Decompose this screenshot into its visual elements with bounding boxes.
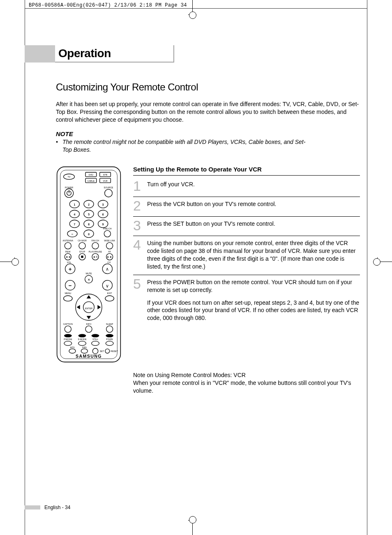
svg-text:►II: ►II <box>93 255 97 258</box>
svg-text:5: 5 <box>88 213 90 216</box>
svg-text:CH: CH <box>107 262 111 264</box>
svg-point-7 <box>65 189 73 197</box>
svg-point-87 <box>92 334 99 338</box>
svg-text:REW: REW <box>65 250 71 253</box>
mode-note: Note on Using Remote Control Modes: VCR … <box>133 371 360 395</box>
crop-trim-right <box>367 0 367 535</box>
mode-tv-label: TV <box>68 176 71 178</box>
svg-text:FF: FF <box>108 250 111 253</box>
step-text: Using the number buttons on your remote … <box>147 239 360 271</box>
remote-illustration: TV DVD STB CABLE VCR POWER SOURCE <box>56 166 122 394</box>
svg-text:EXIT: EXIT <box>107 292 113 294</box>
svg-text:6: 6 <box>102 213 104 216</box>
step-item: 2 Press the VCR button on your TV's remo… <box>133 197 360 217</box>
mode-cable-label: CABLE <box>88 180 95 182</box>
step-number: 3 <box>133 219 143 232</box>
crop-trim-left <box>25 0 25 535</box>
svg-point-39 <box>65 243 71 249</box>
svg-text:RESET: RESET <box>111 350 118 353</box>
svg-point-71 <box>105 296 114 301</box>
svg-point-96 <box>106 341 113 346</box>
svg-text:4: 4 <box>74 213 75 216</box>
mode-note-title: Note on Using Remote Control Modes: VCR <box>133 371 360 379</box>
steps-heading: Setting Up the Remote to Operate Your VC… <box>133 166 360 176</box>
intro-paragraph: After it has been set up properly, your … <box>56 100 360 124</box>
step-item: 3 Press the SET button on your TV's remo… <box>133 217 360 236</box>
svg-text:7: 7 <box>74 223 75 226</box>
crop-mark-left <box>0 262 15 262</box>
mode-vcr-label: VCR <box>103 180 107 182</box>
svg-point-82 <box>65 326 71 333</box>
svg-point-70 <box>64 296 72 301</box>
section-header: Operation <box>25 45 360 63</box>
step-item: 1 Turn off your VCR. <box>133 177 360 197</box>
crop-mark-top <box>192 0 193 15</box>
svg-rect-50 <box>81 256 83 258</box>
step-number: 4 <box>133 239 143 271</box>
svg-text:MENU: MENU <box>65 292 71 294</box>
svg-point-93 <box>64 341 72 346</box>
svg-text:MTS: MTS <box>70 346 75 349</box>
note-body: The remote control might not be compatib… <box>56 138 307 154</box>
two-column-layout: TV DVD STB CABLE VCR POWER SOURCE <box>56 166 360 394</box>
svg-text:1: 1 <box>74 204 75 206</box>
svg-point-101 <box>92 348 98 354</box>
step-item: 5 Press the POWER button on the remote c… <box>133 275 360 326</box>
svg-point-100 <box>81 349 88 354</box>
svg-text:∨: ∨ <box>106 283 109 288</box>
svg-text:S.MODE: S.MODE <box>78 338 86 340</box>
step-number: 5 <box>133 278 143 322</box>
svg-point-10 <box>105 190 113 197</box>
page-subtitle: Customizing Your Remote Control <box>56 81 360 93</box>
step-item: 4 Using the number buttons on your remot… <box>133 236 360 275</box>
crop-mark-right <box>377 262 392 262</box>
mode-stb-label: STB <box>103 174 108 176</box>
svg-point-85 <box>64 334 72 338</box>
svg-text:CAPTION: CAPTION <box>63 323 73 325</box>
note-label: NOTE <box>56 130 360 137</box>
svg-point-83 <box>85 326 92 333</box>
page-content: Operation Customizing Your Remote Contro… <box>32 45 360 510</box>
section-accent-bar <box>25 45 55 63</box>
svg-point-94 <box>78 341 86 346</box>
remote-brand: SAMSUNG <box>76 354 102 359</box>
svg-text:SRS: SRS <box>82 346 87 349</box>
svg-text:◄◄: ◄◄ <box>65 255 71 258</box>
mode-dvd-label: DVD <box>89 174 93 176</box>
footer-accent <box>25 505 40 510</box>
svg-text:SET: SET <box>100 350 104 353</box>
svg-text:INFO: INFO <box>86 323 92 325</box>
svg-point-34 <box>104 231 111 237</box>
svg-point-88 <box>106 334 113 338</box>
steps-column: Setting Up the Remote to Operate Your VC… <box>133 166 360 394</box>
content-area: Customizing Your Remote Control After it… <box>32 81 360 395</box>
svg-text:0: 0 <box>88 233 90 236</box>
svg-point-42 <box>106 243 113 249</box>
print-job-header: BP68-00586A-00Eng(026~047) 2/13/06 2:18 … <box>29 2 187 8</box>
svg-text:8: 8 <box>88 223 90 226</box>
source-label: SOURCE <box>104 186 113 189</box>
svg-point-84 <box>106 326 113 333</box>
svg-text:PRE-CH: PRE-CH <box>103 227 112 230</box>
step-text: Press the POWER button on the remote con… <box>147 278 360 322</box>
svg-text:+: + <box>69 266 72 272</box>
section-title: Operation <box>58 47 111 60</box>
crop-trim-top <box>25 8 367 9</box>
svg-point-40 <box>79 243 85 249</box>
step-number: 2 <box>133 199 143 212</box>
mode-note-body: When your remote control is in "VCR" mod… <box>133 379 360 395</box>
svg-point-99 <box>69 349 76 354</box>
svg-point-95 <box>92 341 99 346</box>
svg-text:✕: ✕ <box>88 278 90 282</box>
svg-text:−: − <box>71 233 74 236</box>
crop-mark-bottom <box>192 520 193 535</box>
step-text: Press the VCR button on your TV's remote… <box>147 199 276 212</box>
svg-text:2: 2 <box>88 204 90 206</box>
svg-text:9: 9 <box>102 223 104 226</box>
svg-text:►►: ►► <box>107 255 112 258</box>
svg-text:SLEEP: SLEEP <box>106 323 113 325</box>
step-number: 1 <box>133 180 143 192</box>
svg-text:STILL: STILL <box>92 338 98 340</box>
remote-control-svg: TV DVD STB CABLE VCR POWER SOURCE <box>56 166 122 363</box>
svg-text:FAV.CH: FAV.CH <box>92 239 99 242</box>
